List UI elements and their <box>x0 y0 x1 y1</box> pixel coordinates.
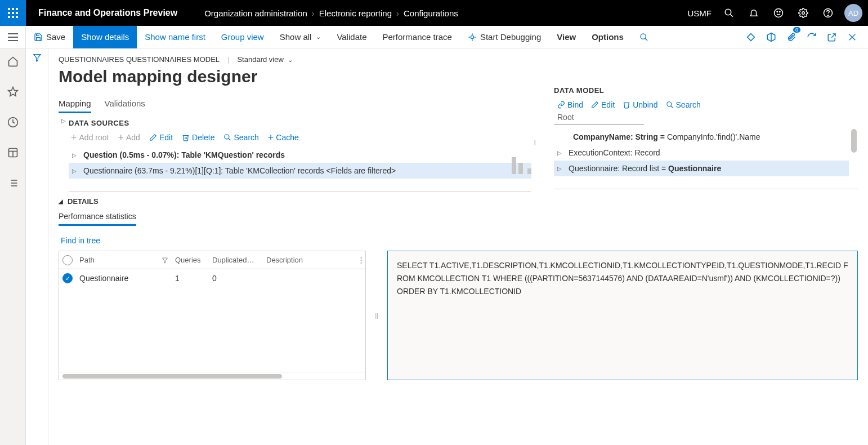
more-icon[interactable]: ⋮ <box>354 256 365 264</box>
svg-point-13 <box>780 11 781 12</box>
bind-button[interactable]: Bind <box>557 100 583 109</box>
actionbar-search-button[interactable] <box>632 26 656 48</box>
select-all-checkbox[interactable] <box>59 255 76 265</box>
performance-trace-button[interactable]: Performance trace <box>374 26 459 48</box>
modules-icon[interactable] <box>0 173 26 193</box>
tab-validations[interactable]: Validations <box>105 99 145 113</box>
filter-column <box>26 48 48 445</box>
view-selector-label: Standard view <box>237 55 283 64</box>
breadcrumb-item[interactable]: Configurations <box>404 8 458 18</box>
group-view-button[interactable]: Group view <box>213 26 272 48</box>
context-bar: QUESTIONNAIRES QUESTIONNAIRES MODEL | St… <box>59 55 858 64</box>
svg-line-45 <box>670 106 673 108</box>
performance-grid: Path Queries Duplicated… Description ⋮ ✓… <box>59 251 366 380</box>
search-button[interactable]: Search <box>223 133 258 142</box>
svg-rect-3 <box>8 12 10 14</box>
expand-toggle-icon[interactable]: ▷ <box>72 152 79 158</box>
svg-rect-7 <box>12 16 14 18</box>
tab-mapping[interactable]: Mapping <box>59 99 91 113</box>
app-launcher-button[interactable] <box>0 0 26 26</box>
save-button[interactable]: Save <box>26 26 73 48</box>
bell-icon[interactable] <box>743 0 764 26</box>
box-icon[interactable] <box>761 26 781 48</box>
search-icon[interactable] <box>718 0 740 26</box>
tree-label: Questionnaire (63.7ms - 9.21%)[1][Q:1]: … <box>83 166 396 175</box>
svg-marker-41 <box>34 55 41 61</box>
svg-point-25 <box>641 34 646 39</box>
show-name-first-button[interactable]: Show name first <box>137 26 213 48</box>
popout-icon[interactable] <box>822 26 842 48</box>
refresh-icon[interactable] <box>802 26 822 48</box>
show-all-dropdown[interactable]: Show all ⌄ <box>272 26 329 48</box>
smiley-icon[interactable] <box>768 0 789 26</box>
spark-bars <box>512 154 531 174</box>
tree-row[interactable]: ▷ ExecutionContext: Record <box>554 145 849 161</box>
company-picker[interactable]: USMF <box>684 8 715 18</box>
edit-button[interactable]: Edit <box>149 133 173 142</box>
grid-horizontal-scrollbar[interactable] <box>59 372 365 380</box>
search-button[interactable]: Search <box>666 100 701 109</box>
collapse-toggle-icon[interactable]: ◢ <box>59 198 63 204</box>
context-path: QUESTIONNAIRES QUESTIONNAIRES MODEL <box>59 55 220 64</box>
filter-icon[interactable] <box>33 53 42 445</box>
row-checkbox[interactable]: ✓ <box>59 273 76 283</box>
star-icon[interactable] <box>0 82 26 101</box>
delete-button[interactable]: Delete <box>182 133 214 142</box>
unbind-button[interactable]: Unbind <box>623 100 657 109</box>
validate-button[interactable]: Validate <box>329 26 374 48</box>
edit-button[interactable]: Edit <box>591 100 615 109</box>
scrollbar-thumb[interactable] <box>62 374 282 379</box>
add-button[interactable]: +Add <box>118 133 140 142</box>
scrollbar-thumb[interactable] <box>851 129 857 153</box>
col-queries[interactable]: Queries <box>172 256 209 264</box>
filter-icon[interactable] <box>162 257 168 264</box>
col-duplicated[interactable]: Duplicated… <box>209 256 263 264</box>
help-icon[interactable] <box>817 0 839 26</box>
tab-performance-statistics[interactable]: Performance statistics <box>59 212 136 226</box>
performance-panel: Path Queries Duplicated… Description ⋮ ✓… <box>59 251 858 380</box>
tree-row[interactable]: ▷ Question (0.5ms - 0.07%): Table 'KMQue… <box>69 147 531 163</box>
avatar[interactable]: AD <box>844 4 862 22</box>
gear-icon[interactable] <box>793 0 814 26</box>
details-heading[interactable]: ◢ DETAILS <box>59 197 858 206</box>
expand-toggle-icon[interactable]: ▷ <box>557 166 564 172</box>
expand-togg
              -icon[interactable]: ▷ <box>557 150 564 156</box>
attachments-icon[interactable]: 0 <box>781 26 802 48</box>
splitter-handle[interactable]: || <box>374 251 379 380</box>
tree-row[interactable]: CompanyName: String = CompanyInfo.'find(… <box>554 129 849 145</box>
splitter-handle[interactable]: || <box>531 86 537 197</box>
breadcrumb-item[interactable]: Electronic reporting <box>319 8 392 18</box>
svg-rect-0 <box>8 8 10 10</box>
workspaces-icon[interactable] <box>0 143 26 162</box>
col-description[interactable]: Description <box>263 256 354 264</box>
tree-row[interactable]: ▷ Questionnaire: Record list = Questionn… <box>554 161 849 176</box>
tree-label: Questionnaire: Record list = Questionnai… <box>569 164 721 173</box>
sql-preview[interactable]: SELECT T1.ACTIVE,T1.DESCRIPTION,T1.KMCOL… <box>387 251 858 380</box>
save-label: Save <box>46 32 65 42</box>
view-menu[interactable]: View <box>549 26 584 48</box>
nav-toggle-button[interactable] <box>0 26 26 48</box>
svg-point-14 <box>802 12 805 15</box>
left-nav-rail <box>0 48 26 445</box>
start-debugging-button[interactable]: Start Debugging <box>460 26 549 48</box>
view-selector[interactable]: Standard view ⌄ <box>237 55 293 64</box>
col-path[interactable]: Path <box>76 256 172 264</box>
grid-row[interactable]: ✓ Questionnaire 1 0 <box>59 269 365 287</box>
add-root-button[interactable]: +Add root <box>71 133 109 142</box>
home-icon[interactable] <box>0 52 26 71</box>
find-in-tree-link[interactable]: Find in tree <box>61 236 100 245</box>
diamond-icon[interactable] <box>741 26 761 48</box>
tree-label: ExecutionContext: Record <box>569 148 660 157</box>
expand-toggle-icon[interactable]: ▷ <box>72 168 79 174</box>
data-model-toolbar: Bind Edit Unbind Search <box>554 95 858 113</box>
breadcrumb-item[interactable]: Organization administration <box>204 8 307 18</box>
close-icon[interactable] <box>842 26 862 48</box>
options-menu[interactable]: Options <box>584 26 632 48</box>
data-model-tree: CompanyName: String = CompanyInfo.'find(… <box>554 129 849 176</box>
clock-icon[interactable] <box>0 113 26 132</box>
root-label[interactable]: Root <box>554 113 644 124</box>
expand-toggle-icon[interactable]: ▷ <box>59 113 69 197</box>
tree-row[interactable]: ▷ Questionnaire (63.7ms - 9.21%)[1][Q:1]… <box>69 163 531 179</box>
show-details-button[interactable]: Show details <box>73 26 137 48</box>
cache-button[interactable]: +Cache <box>268 133 299 142</box>
